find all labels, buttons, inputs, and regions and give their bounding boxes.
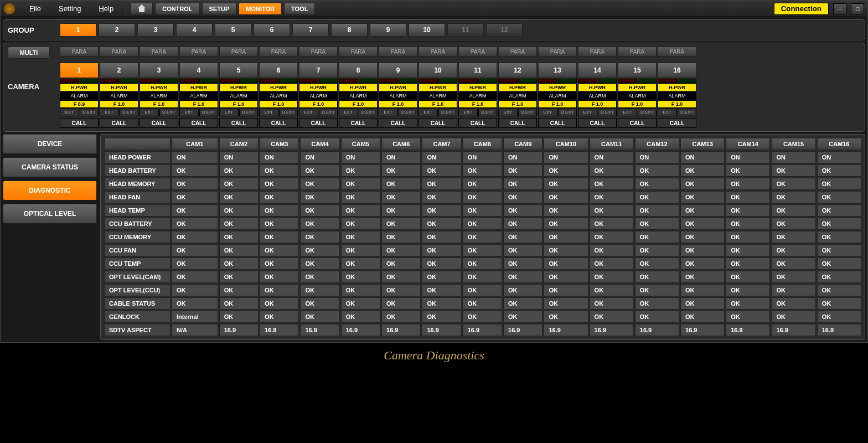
multi-button[interactable]: MULTI — [8, 47, 50, 59]
ext-button[interactable]: EXT — [618, 109, 637, 116]
para-button-6[interactable]: PARA — [259, 47, 298, 56]
call-button-9[interactable]: CALL — [379, 118, 417, 128]
dext-button[interactable]: D.EXT — [638, 109, 657, 116]
para-button-15[interactable]: PARA — [618, 47, 657, 56]
para-button-16[interactable]: PARA — [658, 47, 696, 56]
dext-button[interactable]: D.EXT — [319, 109, 338, 116]
group-10[interactable]: 10 — [409, 23, 445, 37]
menu-help[interactable]: Help — [91, 4, 121, 13]
group-5[interactable]: 5 — [215, 23, 251, 37]
group-9[interactable]: 9 — [370, 23, 406, 37]
setup-button[interactable]: SETUP — [202, 3, 237, 15]
ext-button[interactable]: EXT — [259, 109, 278, 116]
group-3[interactable]: 3 — [137, 23, 174, 37]
dext-button[interactable]: D.EXT — [239, 109, 259, 116]
call-button-5[interactable]: CALL — [219, 118, 258, 128]
call-button-15[interactable]: CALL — [618, 118, 657, 128]
ext-button[interactable]: EXT — [578, 109, 597, 116]
ext-button[interactable]: EXT — [179, 109, 199, 116]
camera-button-4[interactable]: 4 — [179, 63, 218, 78]
para-button-1[interactable]: PARA — [60, 47, 99, 56]
group-2[interactable]: 2 — [99, 23, 135, 37]
group-1[interactable]: 1 — [60, 23, 96, 37]
ext-button[interactable]: EXT — [299, 109, 318, 116]
call-button-16[interactable]: CALL — [658, 118, 696, 128]
call-button-3[interactable]: CALL — [140, 118, 178, 128]
ext-button[interactable]: EXT — [418, 109, 438, 116]
dext-button[interactable]: D.EXT — [438, 109, 458, 116]
group-7[interactable]: 7 — [292, 23, 329, 37]
sidebar-device[interactable]: DEVICE — [3, 134, 97, 154]
ext-button[interactable]: EXT — [658, 109, 677, 116]
group-11[interactable]: 11 — [447, 23, 484, 37]
group-12[interactable]: 12 — [486, 23, 523, 37]
camera-button-7[interactable]: 7 — [299, 63, 338, 78]
call-button-13[interactable]: CALL — [538, 118, 577, 128]
dext-button[interactable]: D.EXT — [558, 109, 577, 116]
dext-button[interactable]: D.EXT — [598, 109, 617, 116]
group-8[interactable]: 8 — [331, 23, 368, 37]
para-button-2[interactable]: PARA — [100, 47, 138, 56]
dext-button[interactable]: D.EXT — [518, 109, 538, 116]
camera-button-9[interactable]: 9 — [379, 63, 417, 78]
camera-button-5[interactable]: 5 — [219, 63, 258, 78]
control-button[interactable]: CONTROL — [155, 3, 199, 15]
para-button-7[interactable]: PARA — [299, 47, 338, 56]
dext-button[interactable]: D.EXT — [478, 109, 498, 116]
call-button-11[interactable]: CALL — [458, 118, 497, 128]
camera-button-13[interactable]: 13 — [538, 63, 577, 78]
para-button-3[interactable]: PARA — [140, 47, 178, 56]
camera-button-8[interactable]: 8 — [339, 63, 378, 78]
para-button-5[interactable]: PARA — [219, 47, 258, 56]
ext-button[interactable]: EXT — [219, 109, 239, 116]
para-button-10[interactable]: PARA — [418, 47, 457, 56]
camera-button-10[interactable]: 10 — [418, 63, 457, 78]
group-6[interactable]: 6 — [254, 23, 290, 37]
sidebar-camera-status[interactable]: CAMERA STATUS — [3, 157, 97, 177]
call-button-4[interactable]: CALL — [179, 118, 218, 128]
call-button-14[interactable]: CALL — [578, 118, 617, 128]
menu-file[interactable]: File — [22, 4, 49, 13]
dext-button[interactable]: D.EXT — [80, 109, 99, 116]
dext-button[interactable]: D.EXT — [159, 109, 179, 116]
dext-button[interactable]: D.EXT — [359, 109, 378, 116]
sidebar-optical-level[interactable]: OPTICAL LEVEL — [3, 204, 97, 224]
call-button-2[interactable]: CALL — [100, 118, 138, 128]
para-button-13[interactable]: PARA — [538, 47, 577, 56]
ext-button[interactable]: EXT — [538, 109, 557, 116]
call-button-10[interactable]: CALL — [418, 118, 457, 128]
camera-button-15[interactable]: 15 — [618, 63, 657, 78]
ext-button[interactable]: EXT — [100, 109, 119, 116]
camera-button-16[interactable]: 16 — [658, 63, 696, 78]
call-button-8[interactable]: CALL — [339, 118, 378, 128]
minimize-button[interactable]: — — [833, 3, 846, 14]
call-button-12[interactable]: CALL — [498, 118, 537, 128]
camera-button-12[interactable]: 12 — [498, 63, 537, 78]
para-button-9[interactable]: PARA — [379, 47, 417, 56]
ext-button[interactable]: EXT — [379, 109, 398, 116]
para-button-4[interactable]: PARA — [179, 47, 218, 56]
camera-button-14[interactable]: 14 — [578, 63, 617, 78]
tool-button[interactable]: TOOL — [284, 3, 315, 15]
call-button-7[interactable]: CALL — [299, 118, 338, 128]
call-button-6[interactable]: CALL — [259, 118, 298, 128]
para-button-14[interactable]: PARA — [578, 47, 617, 56]
maximize-button[interactable]: ◻ — [851, 3, 864, 14]
dext-button[interactable]: D.EXT — [199, 109, 219, 116]
camera-button-11[interactable]: 11 — [458, 63, 497, 78]
camera-button-3[interactable]: 3 — [140, 63, 178, 78]
dext-button[interactable]: D.EXT — [279, 109, 298, 116]
dext-button[interactable]: D.EXT — [678, 109, 697, 116]
monitor-button[interactable]: MONITOR — [239, 3, 282, 15]
ext-button[interactable]: EXT — [339, 109, 358, 116]
ext-button[interactable]: EXT — [140, 109, 159, 116]
camera-button-2[interactable]: 2 — [100, 63, 138, 78]
group-4[interactable]: 4 — [176, 23, 213, 37]
camera-button-6[interactable]: 6 — [259, 63, 298, 78]
dext-button[interactable]: D.EXT — [399, 109, 418, 116]
home-button[interactable] — [131, 3, 153, 15]
call-button-1[interactable]: CALL — [60, 118, 99, 128]
connection-button[interactable]: Connection — [774, 3, 829, 15]
para-button-8[interactable]: PARA — [339, 47, 378, 56]
ext-button[interactable]: EXT — [498, 109, 518, 116]
